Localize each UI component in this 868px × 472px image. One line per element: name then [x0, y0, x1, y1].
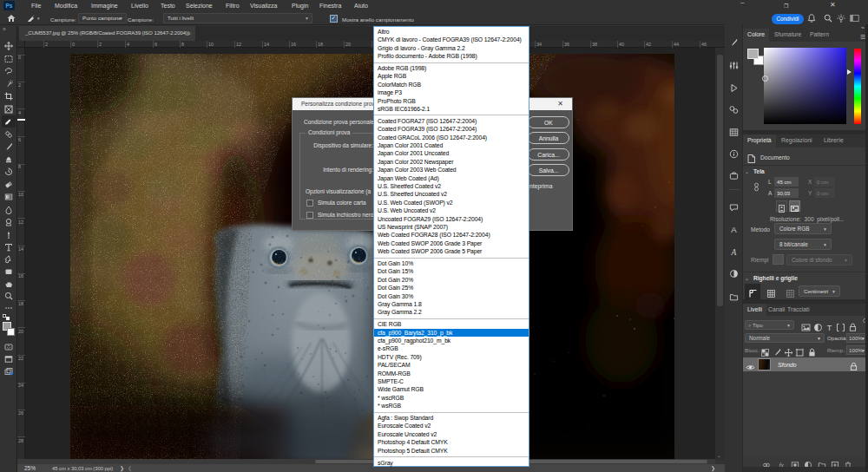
svg-text:T: T — [827, 324, 832, 332]
svg-text:A: A — [731, 248, 737, 257]
svg-text:A: A — [731, 225, 737, 234]
